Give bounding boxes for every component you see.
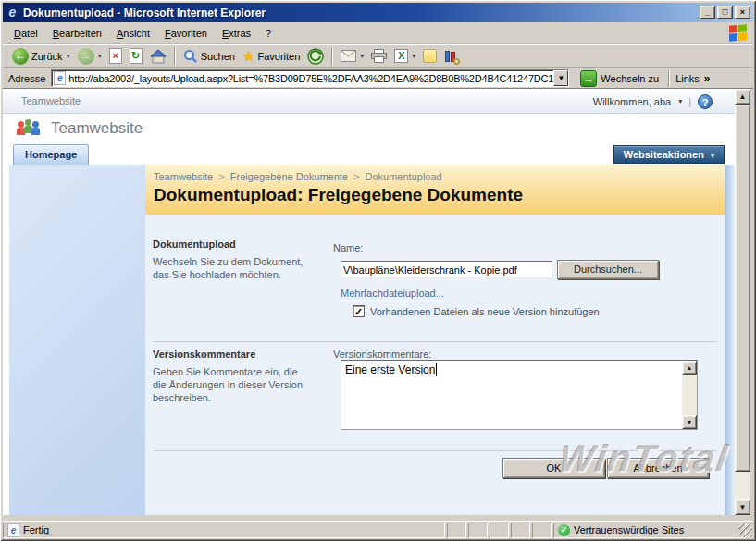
favorites-label: Favoriten <box>257 51 300 62</box>
file-name-input[interactable] <box>341 261 552 278</box>
mail-button[interactable]: ▾ <box>337 46 367 67</box>
maximize-button[interactable]: □ <box>717 6 733 19</box>
scrollbar-up-icon[interactable]: ▲ <box>735 89 750 105</box>
section-upload-description: Wechseln Sie zu dem Dokument, das Sie ho… <box>153 255 324 281</box>
security-zone-text: Vertrauenswürdige Sites <box>574 524 684 535</box>
chevrons-icon: » <box>704 72 711 85</box>
address-field[interactable]: e http://aba2003/_layouts/Upload.aspx?Li… <box>51 69 569 87</box>
welcome-dropdown-icon[interactable]: ▾ <box>678 97 682 105</box>
favorites-star-icon: ★ <box>242 48 254 65</box>
help-icon[interactable]: ? <box>698 94 713 109</box>
research-button[interactable] <box>440 46 463 67</box>
print-button[interactable] <box>367 46 390 67</box>
search-icon <box>183 49 198 64</box>
address-label: Adresse <box>6 73 51 84</box>
home-button[interactable] <box>146 46 170 67</box>
toolbar-separator <box>331 47 333 66</box>
textarea-scrollbar[interactable]: ▲ ▼ <box>682 361 697 429</box>
mail-dropdown-icon[interactable]: ▾ <box>360 52 364 60</box>
site-actions-label: Websiteaktionen <box>624 149 704 160</box>
right-edge-strip <box>725 165 735 515</box>
minimize-button[interactable]: _ <box>700 6 715 19</box>
status-pane-empty <box>447 523 466 538</box>
trusted-sites-icon: ✓ <box>558 524 570 536</box>
forward-button[interactable]: → ▾ <box>74 46 105 67</box>
forward-dropdown-icon[interactable]: ▾ <box>98 52 102 60</box>
menu-bar: Datei Bearbeiten Ansicht Favoriten Extra… <box>3 22 753 44</box>
comments-field-label: Versionskommentare: <box>333 349 431 360</box>
url-text[interactable]: http://aba2003/_layouts/Upload.aspx?List… <box>68 73 553 84</box>
back-button[interactable]: ← Zurück ▾ <box>8 46 74 67</box>
menu-bearbeiten[interactable]: Bearbeiten <box>45 25 109 42</box>
menu-datei[interactable]: Datei <box>6 25 45 42</box>
version-comments-value: Eine erste Version <box>345 363 435 376</box>
section-upload-heading: Dokumentupload <box>153 239 236 250</box>
status-pane-empty <box>490 523 509 538</box>
back-icon: ← <box>12 48 29 65</box>
toolbar-separator <box>174 47 176 66</box>
search-button[interactable]: Suchen <box>180 46 239 67</box>
excel-icon: X <box>394 49 408 63</box>
breadcrumb-link-dokumente[interactable]: Freigegebene Dokumente <box>230 171 348 182</box>
page-title: Dokumentupload: Freigegebene Dokumente <box>154 185 523 205</box>
title-bar: e Dokumentupload - Microsoft Internet Ex… <box>3 3 753 22</box>
page-title-band: Teamwebsite > Freigegebene Dokumente > D… <box>145 165 725 215</box>
go-label: Wechseln zu <box>601 73 659 84</box>
site-title[interactable]: Teamwebsite <box>51 119 143 138</box>
links-menu[interactable]: Links » <box>675 72 712 85</box>
menu-extras[interactable]: Extras <box>215 25 258 42</box>
windows-logo-icon <box>729 24 748 42</box>
ie-logo-icon: e <box>6 6 19 19</box>
back-dropdown-icon[interactable]: ▾ <box>67 52 70 60</box>
home-icon <box>150 49 167 64</box>
text-caret <box>436 363 437 376</box>
name-field-label: Name: <box>333 242 363 253</box>
scrollbar-down-icon[interactable]: ▼ <box>735 499 750 515</box>
close-button[interactable]: × <box>735 6 750 19</box>
tab-homepage[interactable]: Homepage <box>13 144 89 165</box>
vertical-scrollbar[interactable]: ▲ ▼ <box>735 89 750 515</box>
refresh-button[interactable]: ↻ <box>126 46 146 67</box>
edit-dropdown-icon[interactable]: ▾ <box>412 52 415 60</box>
section-divider <box>153 450 717 451</box>
stop-button[interactable]: × <box>105 46 126 67</box>
main-area: Teamwebsite > Freigegebene Dokumente > D… <box>3 165 735 515</box>
discuss-button[interactable] <box>419 46 440 67</box>
page-icon: e <box>54 71 66 85</box>
multi-file-upload-link[interactable]: Mehrfachdateiupload... <box>341 288 444 299</box>
section-divider <box>153 341 717 342</box>
breadcrumb-separator: > <box>216 171 227 182</box>
favorites-button[interactable]: ★ Favoriten <box>239 46 304 67</box>
breadcrumb-current: Dokumentupload <box>366 171 442 182</box>
version-comments-textarea[interactable]: Eine erste Version ▲ ▼ <box>341 360 698 430</box>
divider: | <box>688 96 691 107</box>
existing-version-checkbox-label: Vorhandenen Dateien als neue Version hin… <box>370 306 600 317</box>
menu-favoriten[interactable]: Favoriten <box>157 25 215 42</box>
browse-button[interactable]: Durchsuchen... <box>557 260 659 279</box>
welcome-menu[interactable]: Willkommen, aba <box>593 96 671 107</box>
go-button[interactable]: → Wechseln zu <box>576 69 663 88</box>
history-icon <box>307 48 324 65</box>
history-button[interactable] <box>304 46 328 67</box>
site-logo-icon <box>18 119 40 138</box>
menu-ansicht[interactable]: Ansicht <box>109 25 157 42</box>
scroll-up-icon[interactable]: ▲ <box>682 361 697 375</box>
address-dropdown-icon[interactable]: ▼ <box>553 70 568 86</box>
scrollbar-thumb[interactable] <box>735 105 750 472</box>
address-bar: Adresse e http://aba2003/_layouts/Upload… <box>3 68 753 89</box>
resize-grip[interactable] <box>738 523 752 537</box>
menu-hilfe[interactable]: ? <box>258 25 279 42</box>
stop-icon: × <box>109 48 122 64</box>
site-header: Teamwebsite <box>3 114 735 143</box>
edit-excel-button[interactable]: X ▾ <box>390 46 419 67</box>
site-actions-button[interactable]: Websiteaktionen ▾ <box>613 145 725 164</box>
breadcrumb-link-teamwebsite[interactable]: Teamwebsite <box>154 171 213 182</box>
ok-button[interactable]: OK <box>502 458 605 478</box>
scroll-down-icon[interactable]: ▼ <box>682 415 697 429</box>
section-comments-description: Geben Sie Kommentare ein, die die Änderu… <box>153 365 328 404</box>
existing-version-checkbox[interactable]: ✓ <box>353 305 365 317</box>
cancel-button[interactable]: Abbrechen <box>607 458 709 478</box>
security-zone-pane: ✓ Vertrauenswürdige Sites <box>553 523 746 538</box>
global-breadcrumb[interactable]: Teamwebsite <box>21 95 81 106</box>
status-pane-empty <box>532 523 552 538</box>
